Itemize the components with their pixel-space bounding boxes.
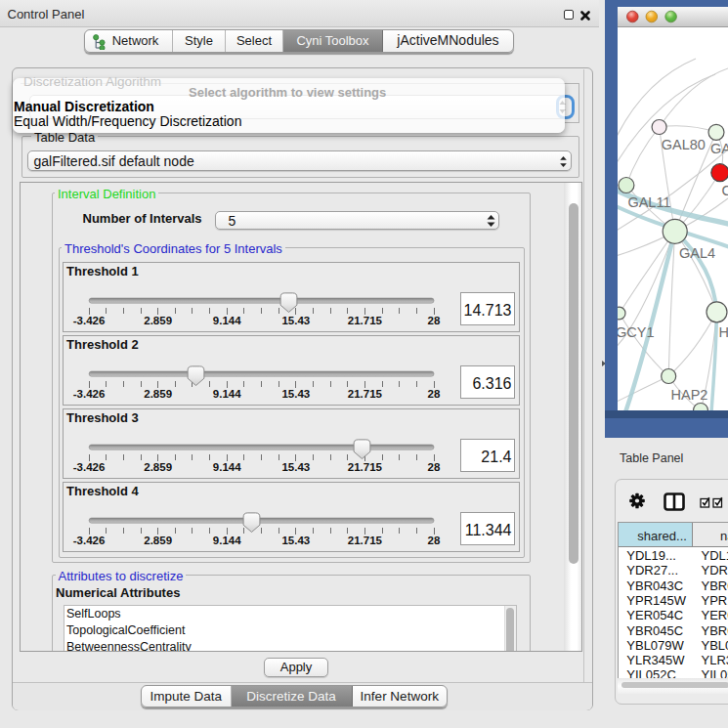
svg-text:21.715: 21.715 [347,461,382,473]
svg-text:GCY1: GCY1 [618,323,655,339]
svg-text:28: 28 [427,535,440,546]
svg-text:-3.426: -3.426 [72,535,105,546]
svg-text:28: 28 [427,388,440,400]
svg-text:HAP2: HAP2 [671,387,708,403]
svg-text:28: 28 [427,461,440,473]
svg-text:9.144: 9.144 [212,461,240,473]
svg-text:-3.426: -3.426 [72,315,105,326]
svg-text:9.144: 9.144 [212,315,240,326]
svg-text:2.859: 2.859 [144,461,172,473]
svg-text:15.43: 15.43 [281,315,310,326]
svg-text:2.859: 2.859 [144,535,172,546]
svg-text:21.715: 21.715 [347,388,382,400]
svg-text:GAL80: GAL80 [662,136,706,151]
svg-text:21.715: 21.715 [347,315,382,326]
svg-text:15.43: 15.43 [281,461,310,473]
svg-text:GAL11: GAL11 [627,194,670,210]
svg-text:-3.426: -3.426 [72,388,105,400]
svg-text:15.43: 15.43 [281,388,310,400]
svg-text:2.859: 2.859 [144,388,172,400]
svg-text:-3.426: -3.426 [72,461,105,473]
svg-text:GA: GA [710,141,728,156]
svg-text:15.43: 15.43 [281,535,310,546]
svg-text:H: H [719,323,728,339]
svg-text:9.144: 9.144 [212,388,240,400]
svg-text:28: 28 [427,315,440,326]
svg-text:2.859: 2.859 [144,315,172,326]
svg-text:21.715: 21.715 [347,535,382,546]
svg-text:C: C [722,182,728,197]
svg-text:9.144: 9.144 [212,535,240,546]
svg-text:GAL4: GAL4 [679,244,715,260]
